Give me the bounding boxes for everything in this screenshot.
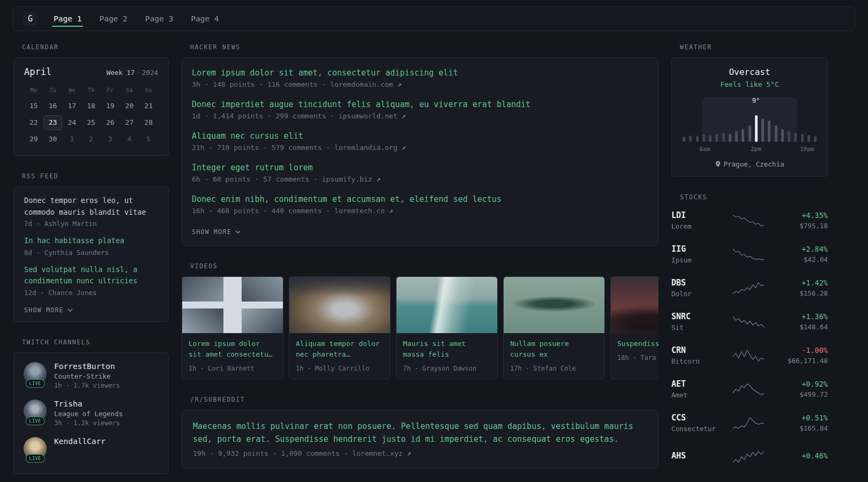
tab-page-2[interactable]: Page 2 — [98, 7, 128, 31]
hn-item-meta: 6h · 60 points · 57 comments · ipsumify.… — [192, 175, 648, 183]
video-card[interactable]: Lorem ipsum dolor sit amet consectetu…1h… — [182, 276, 283, 379]
source-domain-link[interactable]: ipsumworld.net ↗ — [339, 112, 406, 120]
sparkline-chart — [731, 315, 766, 329]
channel-game: Counter-Strike — [54, 372, 120, 380]
tab-page-4[interactable]: Page 4 — [190, 7, 220, 31]
video-title-link[interactable]: Nullam posuere cursus ex — [510, 338, 598, 360]
source-domain-link[interactable]: loremnet.xyz ↗ — [352, 449, 411, 457]
rss-widget: RSS FEED Donec tempor eros leo, ut commo… — [13, 172, 169, 322]
stock-values: +1.36%$148.64 — [776, 312, 828, 331]
stock-change: +0.46% — [776, 451, 828, 460]
hn-show-more-button[interactable]: SHOW MORE — [192, 228, 241, 236]
weather-hour-bar — [788, 131, 790, 142]
reddit-post-link[interactable]: Maecenas mollis pulvinar erat non posuer… — [193, 420, 647, 446]
hn-item-link[interactable]: Lorem ipsum dolor sit amet, consectetur … — [192, 68, 648, 78]
location-pin-icon — [715, 161, 721, 168]
stock-row[interactable]: CRNBitcorn-1.00%$66,171.48 — [671, 342, 828, 368]
weather-hour-bar — [781, 129, 784, 142]
source-domain-link[interactable]: loremtech.co ↗ — [334, 207, 393, 215]
calendar-day: 22 — [24, 115, 43, 130]
hn-item-link[interactable]: Aliquam nec cursus elit — [192, 131, 648, 141]
tab-page-3[interactable]: Page 3 — [144, 7, 174, 31]
weather-hour-bar — [755, 115, 758, 142]
weather-hour-bar — [722, 133, 725, 142]
stock-ticker: LDI — [671, 210, 721, 220]
channel-avatar[interactable]: LIVE — [24, 362, 47, 385]
stock-values: -1.00%$66,171.48 — [776, 346, 828, 365]
stock-name: Sit — [671, 323, 721, 332]
channel-name-link[interactable]: KendallCarr — [54, 437, 106, 446]
stock-row[interactable]: SNRCSit+1.36%$148.64 — [671, 308, 828, 335]
stock-change: +2.84% — [776, 245, 828, 253]
video-title-link[interactable]: Mauris sit amet massa felis — [403, 338, 491, 360]
stock-ticker: SNRC — [671, 312, 721, 321]
video-title-link[interactable]: Lorem ipsum dolor sit amet consectetu… — [189, 338, 276, 360]
weather-hour-bar — [794, 133, 797, 142]
weather-hour-bar — [749, 125, 751, 142]
source-domain-link[interactable]: loremdomain.com ↗ — [330, 80, 401, 88]
stock-row[interactable]: IIGIpsum+2.84%$42.04 — [671, 241, 828, 267]
rss-item: Sed volutpat nulla nisl, a condimentum n… — [24, 264, 158, 297]
hn-item-link[interactable]: Integer eget rutrum lorem — [192, 163, 648, 172]
video-title-link[interactable]: Suspendisse diam — [617, 338, 659, 349]
hn-item-meta: 21h · 710 points · 579 comments · loreml… — [192, 144, 648, 152]
stock-price: $148.64 — [776, 323, 828, 331]
sparkline-chart — [731, 450, 766, 464]
weather-condition: Overcast — [683, 67, 817, 77]
hn-item-meta: 3h · 148 points · 116 comments · loremdo… — [192, 80, 648, 88]
calendar-year: 2024 — [142, 69, 158, 77]
channel-name-link[interactable]: ForrestBurton — [54, 362, 120, 371]
video-thumbnail — [289, 277, 390, 333]
source-domain-link[interactable]: loremlandia.org ↗ — [334, 144, 406, 152]
channel-avatar[interactable]: LIVE — [24, 400, 47, 423]
video-card[interactable]: Aliquam tempor dolor nec pharetra…1h · M… — [289, 276, 391, 379]
channel-info: KendallCarr — [54, 437, 106, 446]
stock-sparkline — [721, 214, 776, 228]
weather-widget: WEATHER Overcast Feels like 5°C 9° 6am2p… — [671, 43, 828, 177]
stock-row[interactable]: LDILorem+4.35%$795.18 — [671, 207, 828, 234]
stock-row[interactable]: AETAmet+0.92%$499.72 — [671, 376, 828, 402]
channel-avatar[interactable]: LIVE — [24, 437, 47, 460]
calendar-week-label: Week 17 — [107, 69, 135, 77]
stock-row[interactable]: DBSDolor+1.42%$156.28 — [671, 275, 828, 301]
channel-name-link[interactable]: Trisha — [54, 400, 123, 408]
sparkline-chart — [731, 349, 766, 363]
calendar-day: 3 — [101, 132, 120, 147]
video-card[interactable]: Suspendisse diam18h · Tara — [610, 276, 659, 379]
source-domain-link[interactable]: ipsumify.biz ↗ — [322, 175, 381, 183]
calendar-day: 20 — [120, 99, 139, 114]
rss-item-link[interactable]: Donec tempor eros leo, ut commodo mauris… — [24, 195, 158, 218]
sparkline-chart — [731, 247, 766, 261]
rss-show-more-button[interactable]: SHOW MORE — [24, 306, 73, 314]
stock-values: +1.42%$156.28 — [776, 278, 828, 297]
weather-time-axis: 6am2pm10pm — [683, 146, 817, 154]
calendar-day: 21 — [139, 99, 158, 114]
rss-item-link[interactable]: Sed volutpat nulla nisl, a condimentum n… — [24, 264, 158, 287]
calendar-day-header: Mo — [24, 84, 43, 97]
app-logo[interactable]: G — [23, 12, 38, 26]
weather-location-row: Prague, Czechia — [683, 160, 817, 168]
calendar-day-selected: 23 — [43, 115, 63, 130]
stock-name: Dolor — [671, 290, 721, 298]
rss-item-meta: 8d · Cynthia Saunders — [24, 248, 158, 257]
rss-item-link[interactable]: In hac habitasse platea — [24, 235, 158, 247]
hn-item: Lorem ipsum dolor sit amet, consectetur … — [192, 68, 648, 88]
stock-values: +4.35%$795.18 — [776, 211, 828, 230]
stock-name: Consectetur — [671, 425, 721, 433]
calendar-header: April Week 17·2024 — [24, 66, 158, 77]
tab-page-1[interactable]: Page 1 — [53, 7, 83, 31]
hn-item-link[interactable]: Donec enim nibh, condimentum et accumsan… — [192, 194, 648, 204]
external-link-icon: ↗ — [398, 80, 402, 88]
video-card[interactable]: Nullam posuere cursus ex17h · Stefan Col… — [503, 276, 605, 379]
hn-item-link[interactable]: Donec imperdiet augue tincidunt felis al… — [192, 100, 648, 109]
stock-row[interactable]: AHS+0.46% — [671, 443, 828, 470]
video-title-link[interactable]: Aliquam tempor dolor nec pharetra… — [296, 338, 384, 360]
stock-row[interactable]: CCSConsectetur+0.51%$165.84 — [671, 410, 828, 436]
calendar-card: April Week 17·2024 MoTuWeThFrSaSu1516171… — [13, 57, 169, 156]
stock-price: $795.18 — [776, 222, 828, 230]
external-link-icon: ↗ — [401, 112, 406, 120]
video-card[interactable]: Mauris sit amet massa felis7h · Grayson … — [396, 276, 498, 379]
weather-hour-bar — [735, 131, 738, 142]
weather-hour-bar — [761, 118, 764, 142]
hn-item-meta: 16h · 468 points · 440 comments · loremt… — [192, 207, 648, 215]
